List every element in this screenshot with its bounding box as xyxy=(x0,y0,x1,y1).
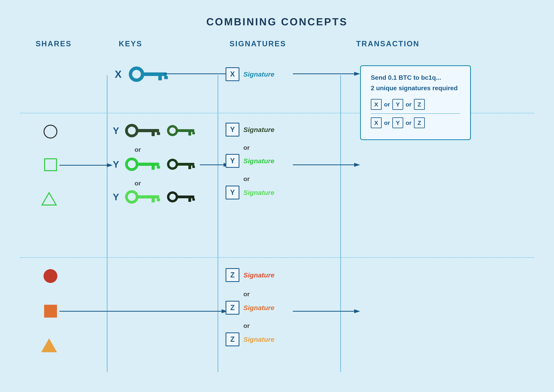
svg-rect-19 xyxy=(177,129,194,132)
tx-row2-x: X xyxy=(371,117,382,128)
col-header-keys: KEYS xyxy=(119,40,142,60)
z2-sig-text: Signature xyxy=(243,304,274,312)
svg-rect-14 xyxy=(138,129,159,132)
arrow-zsigs-to-tx xyxy=(293,308,360,315)
y1-key-icon xyxy=(122,123,162,139)
y1-key-label: Y xyxy=(113,125,119,136)
svg-rect-16 xyxy=(157,132,160,135)
svg-point-28 xyxy=(169,161,176,168)
z2-sig-box: Z xyxy=(226,301,239,315)
or-label-sigs-2: or xyxy=(243,174,250,184)
y3-key-label: Y xyxy=(113,192,119,203)
svg-rect-26 xyxy=(157,166,160,168)
z3-sig-group: Z Signature xyxy=(226,332,274,346)
svg-point-13 xyxy=(128,127,136,134)
arrow-ykeys-to-ysigs xyxy=(200,162,229,168)
y3-sig-box: Y xyxy=(226,186,239,199)
svg-marker-9 xyxy=(42,193,56,205)
tx-row2-y: Y xyxy=(392,117,403,128)
v-divider-1 xyxy=(107,75,107,372)
x-sig-group: X Signature xyxy=(226,67,274,81)
v-divider-2 xyxy=(218,75,218,372)
or-label-keys-2: or xyxy=(135,178,141,189)
y1-key-icon-2 xyxy=(165,124,197,137)
svg-rect-31 xyxy=(192,166,195,168)
tx-row1-y: Y xyxy=(392,99,403,110)
z3-sig-text: Signature xyxy=(243,336,274,343)
svg-marker-49 xyxy=(354,309,360,313)
transaction-box: Send 0.1 BTC to bc1q... 2 unique signatu… xyxy=(360,65,471,140)
arrow-x-sig-to-tx xyxy=(293,71,360,77)
y2-sig-group: Y Signature xyxy=(226,154,274,168)
tx-row1-z: Z xyxy=(414,99,425,110)
y1-sig-text: Signature xyxy=(243,126,274,133)
svg-rect-40 xyxy=(188,198,191,202)
tx-or-2: or xyxy=(406,101,412,108)
tx-or-3: or xyxy=(384,119,390,126)
share-triangle-orange xyxy=(41,338,57,352)
svg-rect-34 xyxy=(138,195,159,198)
tx-row-2: X or Y or Z xyxy=(371,117,460,128)
svg-rect-36 xyxy=(157,198,160,201)
svg-point-33 xyxy=(128,193,136,201)
y2-sig-box: Y xyxy=(226,154,239,168)
tx-row1-x: X xyxy=(371,99,382,110)
y2-key-label: Y xyxy=(113,159,119,170)
y1-key-group: Y xyxy=(113,123,197,139)
svg-rect-2 xyxy=(143,72,167,76)
svg-rect-24 xyxy=(138,163,159,166)
z1-sig-group: Z Signature xyxy=(226,268,274,282)
x-key-label: X xyxy=(115,68,122,80)
share-circle-red xyxy=(43,269,57,283)
y2-key-group: Y xyxy=(113,156,197,172)
y1-sig-group: Y Signature xyxy=(226,123,274,137)
col-header-signatures: SIGNATURES xyxy=(229,40,286,60)
tx-line2: 2 unique signatures required xyxy=(371,84,460,92)
tx-divider xyxy=(371,113,460,114)
svg-rect-3 xyxy=(158,76,162,80)
tx-row-1: X or Y or Z xyxy=(371,99,460,110)
or-label-sigs-1: or xyxy=(243,142,250,153)
y3-key-group: Y xyxy=(113,189,197,205)
or-label-sigs-4: or xyxy=(243,321,250,331)
svg-rect-25 xyxy=(152,166,155,170)
y1-sig-box: Y xyxy=(226,123,239,137)
or-label-sigs-3: or xyxy=(243,289,250,299)
y3-sig-group: Y Signature xyxy=(226,186,274,199)
svg-rect-29 xyxy=(177,163,194,166)
svg-rect-20 xyxy=(188,132,191,136)
y3-key-icon xyxy=(122,189,162,205)
z2-sig-group: Z Signature xyxy=(226,301,274,315)
tx-or-4: or xyxy=(406,119,412,126)
svg-rect-15 xyxy=(152,132,155,136)
svg-rect-21 xyxy=(192,132,195,134)
y2-key-icon-2 xyxy=(165,158,197,171)
tx-line1: Send 0.1 BTC to bc1q... xyxy=(371,74,460,81)
or-label-keys-1: or xyxy=(135,144,141,155)
svg-rect-41 xyxy=(192,198,195,201)
y3-key-icon-2 xyxy=(165,190,197,203)
z1-sig-text: Signature xyxy=(243,271,274,279)
page-title: COMBINING CONCEPTS xyxy=(206,16,348,28)
arrow-ysigs-to-tx xyxy=(293,162,360,168)
svg-marker-8 xyxy=(354,72,360,76)
v-divider-3 xyxy=(340,75,341,372)
svg-point-1 xyxy=(132,70,141,78)
z3-sig-box: Z xyxy=(226,332,239,346)
y2-key-icon xyxy=(122,156,162,172)
x-key-group: X xyxy=(115,65,169,83)
y2-sig-text: Signature xyxy=(243,157,274,165)
svg-point-23 xyxy=(128,160,136,168)
x-key-icon xyxy=(126,65,169,83)
arrow-square-to-ykeys xyxy=(59,162,113,169)
svg-rect-30 xyxy=(188,166,191,169)
diagram-area: SHARES KEYS SIGNATURES TRANSACTION X xyxy=(20,40,534,356)
share-square-outline xyxy=(44,158,57,171)
x-sig-box: X xyxy=(226,67,239,81)
svg-rect-39 xyxy=(177,196,194,198)
svg-point-38 xyxy=(169,194,176,200)
main-container: COMBINING CONCEPTS SHARES KEYS SIGNATURE… xyxy=(0,0,554,392)
svg-marker-11 xyxy=(107,163,113,167)
share-square-orange xyxy=(44,305,57,318)
tx-or-1: or xyxy=(384,101,390,108)
